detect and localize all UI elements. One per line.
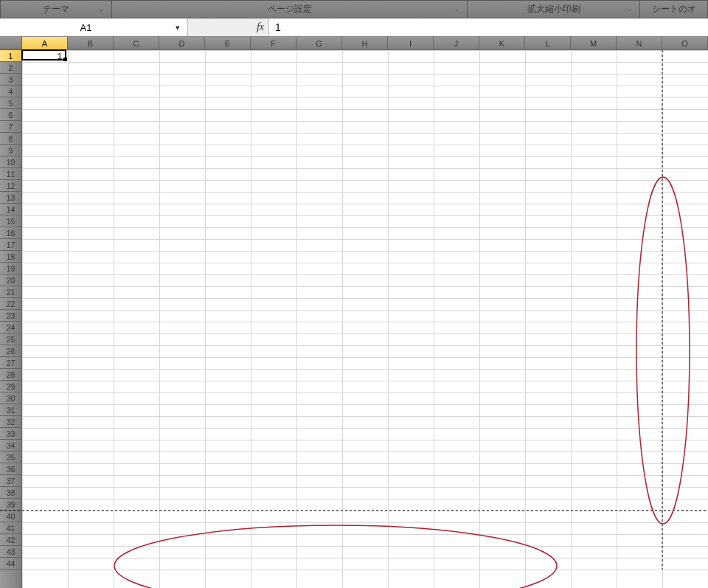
row-header-26[interactable]: 26 [0, 345, 21, 357]
col-header-F[interactable]: F [251, 37, 296, 49]
select-all-corner[interactable] [0, 37, 22, 49]
row-header-33[interactable]: 33 [0, 428, 21, 440]
row-header-21[interactable]: 21 [0, 286, 21, 298]
row-header-28[interactable]: 28 [0, 369, 21, 381]
row-header-39[interactable]: 39 [0, 499, 21, 511]
cells-area[interactable]: 1 [22, 50, 708, 588]
col-header-M[interactable]: M [571, 37, 617, 49]
spreadsheet: ABCDEFGHIJKLMNO 123456789101112131415161… [0, 37, 708, 588]
row-header-43[interactable]: 43 [0, 546, 21, 558]
row-header-8[interactable]: 8 [0, 133, 21, 145]
row-header-4[interactable]: 4 [0, 86, 21, 97]
row-header-40[interactable]: 40 [0, 511, 21, 522]
column-headers: ABCDEFGHIJKLMNO [0, 37, 708, 50]
row-headers: 1234567891011121314151617181920212223242… [0, 50, 22, 588]
dialog-launcher-icon[interactable]: ▫ [100, 7, 109, 15]
row-header-24[interactable]: 24 [0, 322, 21, 333]
col-header-K[interactable]: K [479, 37, 525, 49]
row-header-20[interactable]: 20 [0, 274, 21, 286]
row-header-3[interactable]: 3 [0, 74, 21, 86]
ribbon-group-3[interactable]: シートのオ [640, 1, 708, 18]
fx-button-group: fx [188, 18, 269, 36]
ribbon-groups: テーマ▫ページ設定▫拡大縮小印刷▫シートのオ [0, 0, 708, 18]
col-header-O[interactable]: O [662, 37, 708, 49]
row-header-42[interactable]: 42 [0, 534, 21, 546]
row-header-41[interactable]: 41 [0, 522, 21, 534]
row-header-9[interactable]: 9 [0, 145, 21, 156]
ribbon-group-label: シートのオ [652, 3, 696, 15]
ribbon-group-2[interactable]: 拡大縮小印刷▫ [468, 1, 640, 18]
col-header-C[interactable]: C [114, 37, 159, 49]
row-header-12[interactable]: 12 [0, 180, 21, 192]
col-header-A[interactable]: A [22, 37, 68, 49]
row-header-19[interactable]: 19 [0, 263, 21, 274]
name-box-wrap: ▾ [0, 18, 188, 36]
ribbon-group-label: ページ設定 [268, 3, 312, 15]
row-header-22[interactable]: 22 [0, 298, 21, 310]
row-header-5[interactable]: 5 [0, 97, 21, 109]
ribbon-group-label: テーマ [43, 3, 69, 15]
row-header-6[interactable]: 6 [0, 109, 21, 121]
formula-input[interactable] [269, 18, 708, 36]
col-header-J[interactable]: J [434, 37, 479, 49]
col-header-H[interactable]: H [342, 37, 388, 49]
row-header-25[interactable]: 25 [0, 333, 21, 345]
row-header-7[interactable]: 7 [0, 121, 21, 133]
fx-icon[interactable]: fx [257, 21, 264, 33]
col-header-I[interactable]: I [388, 37, 434, 49]
col-header-L[interactable]: L [525, 37, 571, 49]
ribbon-group-1[interactable]: ページ設定▫ [112, 1, 468, 18]
row-header-32[interactable]: 32 [0, 416, 21, 428]
row-header-13[interactable]: 13 [0, 192, 21, 204]
row-header-18[interactable]: 18 [0, 251, 21, 263]
row-header-23[interactable]: 23 [0, 310, 21, 322]
dialog-launcher-icon[interactable]: ▫ [456, 7, 465, 15]
active-cell[interactable]: 1 [21, 49, 66, 60]
formula-bar: ▾ fx [0, 18, 708, 37]
row-header-38[interactable]: 38 [0, 487, 21, 499]
col-header-E[interactable]: E [205, 37, 251, 49]
row-header-16[interactable]: 16 [0, 227, 21, 239]
row-header-36[interactable]: 36 [0, 463, 21, 475]
ribbon-group-label: 拡大縮小印刷 [527, 3, 580, 15]
row-header-27[interactable]: 27 [0, 357, 21, 369]
row-header-37[interactable]: 37 [0, 475, 21, 487]
row-header-30[interactable]: 30 [0, 392, 21, 404]
row-header-31[interactable]: 31 [0, 404, 21, 416]
ribbon-group-0[interactable]: テーマ▫ [0, 1, 112, 18]
row-header-2[interactable]: 2 [0, 62, 21, 74]
name-box[interactable] [3, 19, 169, 35]
row-header-1[interactable]: 1 [0, 50, 21, 62]
row-header-11[interactable]: 11 [0, 168, 21, 180]
col-header-G[interactable]: G [296, 37, 342, 49]
col-header-D[interactable]: D [159, 37, 205, 49]
row-header-34[interactable]: 34 [0, 440, 21, 452]
row-header-10[interactable]: 10 [0, 156, 21, 168]
col-header-N[interactable]: N [617, 37, 662, 49]
row-header-44[interactable]: 44 [0, 558, 21, 570]
row-header-17[interactable]: 17 [0, 239, 21, 251]
row-header-35[interactable]: 35 [0, 452, 21, 463]
row-header-15[interactable]: 15 [0, 215, 21, 227]
dialog-launcher-icon[interactable]: ▫ [628, 7, 637, 15]
col-header-B[interactable]: B [68, 37, 114, 49]
name-box-dropdown[interactable]: ▾ [169, 19, 187, 35]
row-header-14[interactable]: 14 [0, 204, 21, 215]
row-header-29[interactable]: 29 [0, 381, 21, 392]
